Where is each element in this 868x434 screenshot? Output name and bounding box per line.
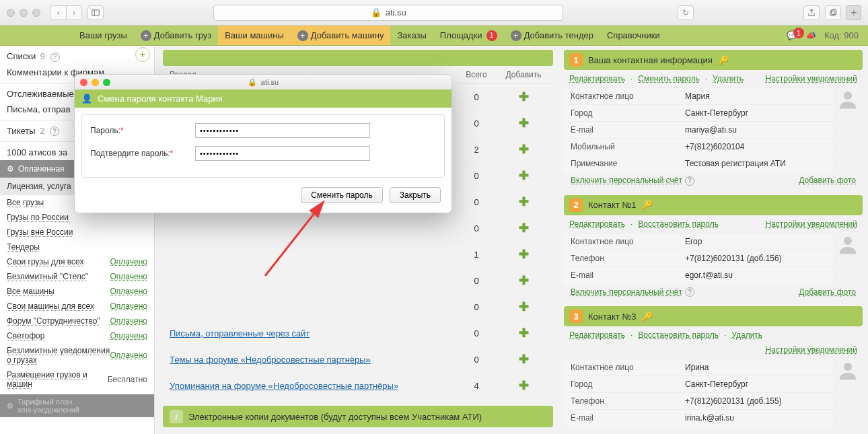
nav-orders[interactable]: Заказы	[390, 26, 433, 45]
sidebar-lists[interactable]: Списки 9 ?	[0, 48, 154, 65]
add-button[interactable]: ✚	[519, 248, 529, 261]
add-button[interactable]: ✚	[519, 221, 529, 235]
window-controls[interactable]	[7, 9, 40, 17]
add-button[interactable]: ✚	[519, 353, 529, 366]
nav-back-forward[interactable]: ‹ ›	[50, 5, 82, 20]
add-button[interactable]: ✚	[519, 326, 529, 340]
info-row: Телефон+7(812)6020131 (доб.155)	[564, 392, 833, 409]
service-name[interactable]: Форум "Сотрудничество"	[7, 316, 100, 326]
service-name[interactable]: Свои грузы для всех	[7, 257, 83, 266]
password-link[interactable]: Восстановить пароль	[638, 219, 719, 229]
field-label: E-mail	[571, 413, 685, 423]
add-button[interactable]: ✚	[519, 169, 529, 182]
enable-account-link[interactable]: Включить персональный счёт	[571, 287, 682, 297]
password-input[interactable]	[195, 123, 370, 138]
service-name[interactable]: Грузы по России	[7, 213, 69, 222]
edit-link[interactable]: Редактировать	[569, 219, 625, 229]
service-name[interactable]: Безлимитный "Стелс"	[7, 272, 88, 281]
count-cell: 0	[456, 328, 497, 338]
sidebar-service-item[interactable]: СветофорОплачено	[0, 328, 154, 343]
delete-link[interactable]: Удалить	[731, 330, 762, 340]
sidebar-service-item[interactable]: Безлимитный "Стелс"Оплачено	[0, 269, 154, 284]
nav-references[interactable]: Справочники	[600, 26, 667, 45]
url-text: ati.su	[386, 7, 406, 17]
service-name[interactable]: Тендеры	[7, 242, 40, 252]
add-button[interactable]: ✚	[519, 379, 529, 392]
change-password-button[interactable]: Сменить пароль	[301, 187, 383, 203]
confirm-password-input[interactable]	[195, 146, 370, 161]
add-list-button[interactable]: +	[135, 47, 150, 62]
sidebar-service-item[interactable]: Тендеры	[0, 240, 154, 254]
notifications[interactable]: 💬 1	[787, 30, 797, 40]
field-value: Санкт-Петербург	[685, 379, 826, 389]
service-name[interactable]: Грузы вне России	[7, 227, 73, 237]
notif-settings-link[interactable]: Настройки уведомлений	[766, 219, 857, 229]
close-button[interactable]: Закрыть	[390, 187, 441, 203]
nav-platforms[interactable]: Площадки1	[433, 26, 504, 45]
share-button[interactable]	[803, 5, 820, 20]
user-icon: 👤	[81, 94, 92, 104]
modal-window-controls[interactable]	[80, 79, 110, 86]
forward-button[interactable]: ›	[66, 5, 82, 20]
password-link[interactable]: Восстановить пароль	[638, 330, 719, 340]
section-link[interactable]: Темы на форуме «Недобросовестные партнёр…	[170, 355, 371, 365]
edit-link[interactable]: Редактировать	[569, 330, 625, 340]
sidebar-toggle[interactable]	[87, 5, 104, 20]
table-row: 0✚	[163, 268, 553, 294]
add-button[interactable]: ✚	[519, 116, 529, 130]
help-icon[interactable]: ?	[685, 287, 694, 297]
service-name[interactable]: Свои машины для всех	[7, 301, 94, 311]
service-name[interactable]: Светофор	[7, 331, 44, 340]
back-button[interactable]: ‹	[50, 5, 66, 20]
sidebar-service-item[interactable]: Размещение грузов и машинБесплатно	[0, 367, 154, 392]
nav-your-cargo[interactable]: Ваши грузы	[73, 26, 134, 45]
add-button[interactable]: ✚	[519, 274, 529, 287]
notif-settings-link[interactable]: Настройки уведомлений	[766, 74, 857, 83]
notif-settings-link[interactable]: Настройки уведомлений	[766, 345, 857, 355]
key-icon: 🔑	[718, 55, 729, 65]
delete-link[interactable]: Удалить	[713, 74, 744, 83]
section-link[interactable]: Упоминания на форуме «Недобросовестные п…	[170, 381, 398, 391]
service-name[interactable]: Размещение грузов и машин	[7, 370, 108, 389]
service-name[interactable]: Все машины	[7, 287, 55, 296]
enable-account-link[interactable]: Включить персональный счёт	[571, 176, 682, 185]
add-button[interactable]: ✚	[519, 90, 529, 104]
sidebar-service-item[interactable]: Форум "Сотрудничество"Оплачено	[0, 314, 154, 328]
nav-your-vehicles[interactable]: Ваши машины	[218, 26, 291, 45]
sidebar-service-item[interactable]: Все машиныОплачено	[0, 284, 154, 299]
field-value: +7(812)6020104	[685, 142, 826, 151]
nav-add-cargo[interactable]: +Добавить груз	[134, 26, 218, 45]
sidebar-service-item[interactable]: Безлимитные уведомления о грузахОплачено	[0, 343, 154, 367]
megaphone-icon[interactable]: 📣	[805, 30, 816, 40]
modal-chrome: 🔒 ati.su	[75, 75, 451, 89]
add-button[interactable]: ✚	[519, 300, 529, 314]
add-button[interactable]: ✚	[519, 143, 529, 156]
nav-add-vehicle[interactable]: +Добавить машину	[291, 26, 391, 45]
lock-icon: 🔒	[371, 7, 382, 17]
field-value: Санкт-Петербург	[685, 108, 826, 118]
contact-card: 1Ваша контактная информация 🔑Редактирова…	[564, 50, 863, 190]
nav-add-tender[interactable]: +Добавить тендер	[504, 26, 600, 45]
add-photo-link[interactable]: Добавить фото	[799, 176, 856, 186]
help-icon[interactable]: ?	[50, 126, 59, 136]
add-photo-link[interactable]: Добавить фото	[799, 287, 856, 297]
sidebar-service-item[interactable]: Свои грузы для всехОплачено	[0, 254, 154, 269]
service-name[interactable]: Все грузы	[7, 198, 44, 207]
help-icon[interactable]: ?	[50, 52, 60, 62]
add-button[interactable]: ✚	[519, 195, 529, 209]
card-number: 1	[569, 53, 583, 67]
password-link[interactable]: Сменить пароль	[638, 74, 700, 83]
reload-button[interactable]: ↻	[678, 5, 694, 20]
section-link[interactable]: Письма, отправленные через сайт	[170, 328, 310, 338]
new-tab-button[interactable]: +	[846, 5, 861, 20]
add-document[interactable]: ✚ Добавить документ	[163, 427, 553, 434]
service-name[interactable]: Безлимитные уведомления о грузах	[7, 346, 110, 365]
url-bar[interactable]: 🔒 ati.su	[213, 5, 563, 21]
card-actions: Редактировать · Восстановить пароль · Уд…	[564, 326, 863, 359]
tabs-button[interactable]	[825, 5, 841, 20]
edit-link[interactable]: Редактировать	[569, 74, 625, 83]
sidebar-service-item[interactable]: Свои машины для всехОплачено	[0, 299, 154, 314]
help-icon[interactable]: ?	[685, 176, 694, 186]
sidebar-service-item[interactable]: Грузы вне России	[0, 225, 154, 240]
sidebar-tariff[interactable]: ⚙Тарифный план sms-уведомлений	[0, 394, 154, 417]
